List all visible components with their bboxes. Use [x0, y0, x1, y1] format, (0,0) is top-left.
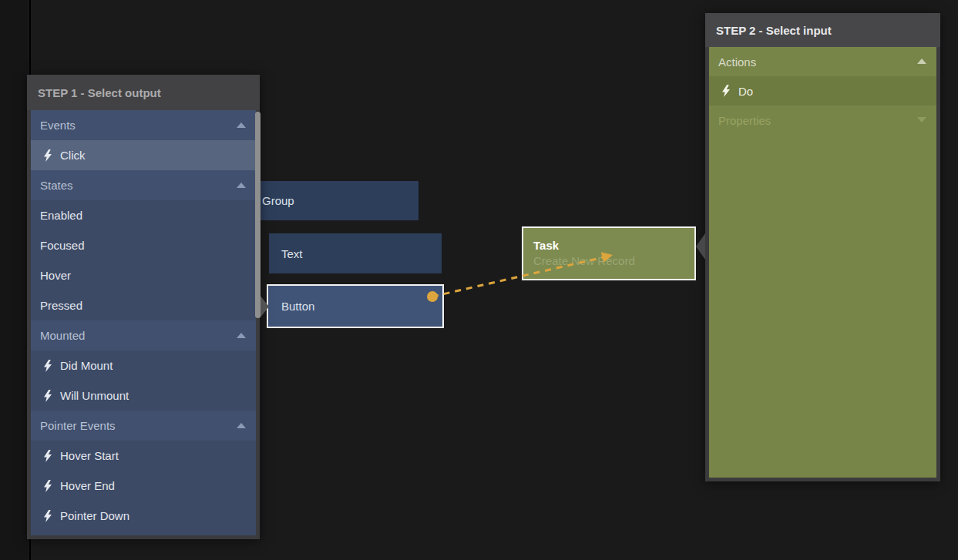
item-label: Click [60, 149, 86, 162]
node-group-label: Group [262, 194, 294, 207]
node-button-label: Button [281, 300, 314, 313]
node-text[interactable]: Text [269, 233, 442, 273]
section-label: Actions [718, 55, 756, 69]
node-button[interactable]: Button [267, 284, 444, 328]
expand-caret-icon[interactable] [917, 117, 926, 122]
output-item-pressed[interactable]: Pressed [31, 290, 256, 320]
step1-anchor-arrow-icon [260, 295, 269, 318]
item-label: Do [738, 85, 753, 98]
lightning-icon [43, 510, 52, 522]
section-header-actions[interactable]: Actions [709, 47, 936, 76]
collapse-caret-icon[interactable] [237, 333, 246, 338]
lightning-icon [43, 480, 52, 492]
node-task-subtitle: Create New Record [533, 253, 635, 269]
collapse-caret-icon[interactable] [237, 183, 246, 188]
output-item-click[interactable]: Click [31, 140, 256, 170]
item-label: Did Mount [60, 359, 113, 372]
step2-popover: STEP 2 - Select input Actions Do Propert… [705, 13, 940, 481]
section-header-states[interactable]: States [31, 170, 256, 200]
step2-input-list: Actions Do Properties [709, 47, 936, 478]
step1-scrollbar[interactable] [255, 112, 261, 318]
section-header-mounted[interactable]: Mounted [31, 320, 256, 350]
item-label: Pointer Down [60, 509, 129, 522]
output-item-enabled[interactable]: Enabled [31, 200, 256, 230]
step1-title: STEP 1 - Select output [27, 75, 260, 110]
lightning-icon [43, 360, 52, 372]
node-task-label: Task [533, 238, 559, 253]
item-label: Hover [40, 269, 71, 282]
output-item-did-mount[interactable]: Did Mount [31, 350, 256, 381]
section-label: States [40, 179, 73, 192]
section-header-pointer-events[interactable]: Pointer Events [31, 411, 256, 441]
item-label: Enabled [40, 209, 82, 222]
input-item-do[interactable]: Do [709, 76, 936, 106]
output-item-pointer-down[interactable]: Pointer Down [31, 501, 256, 531]
canvas-margin-strip [0, 0, 29, 560]
collapse-caret-icon[interactable] [237, 423, 246, 428]
node-text-label: Text [281, 247, 303, 260]
collapse-caret-icon[interactable] [237, 122, 246, 128]
section-header-events[interactable]: Events [31, 110, 256, 140]
output-item-hover[interactable]: Hover [31, 260, 256, 290]
node-group[interactable]: Group [252, 181, 418, 220]
section-label: Mounted [40, 329, 85, 342]
node-task[interactable]: Task Create New Record [522, 226, 696, 280]
item-label: Hover End [60, 479, 115, 492]
lightning-icon [43, 390, 52, 402]
output-item-focused[interactable]: Focused [31, 230, 256, 260]
item-label: Will Unmount [60, 389, 129, 402]
section-label: Events [40, 119, 76, 132]
step1-output-list: Events Click States Enabled Focused Hove… [31, 110, 256, 535]
output-item-hover-start[interactable]: Hover Start [31, 441, 256, 471]
section-header-properties[interactable]: Properties [709, 106, 936, 135]
item-label: Focused [40, 239, 85, 252]
item-label: Pressed [40, 299, 82, 312]
section-label: Pointer Events [40, 419, 116, 432]
lightning-icon [43, 450, 52, 462]
step2-anchor-arrow-icon [696, 233, 705, 260]
node-connection-canvas: Group Text Button Task Create New Record… [0, 0, 958, 560]
output-item-will-unmount[interactable]: Will Unmount [31, 381, 256, 411]
section-label: Properties [718, 114, 771, 127]
lightning-icon [721, 85, 731, 97]
output-item-hover-end[interactable]: Hover End [31, 471, 256, 501]
collapse-caret-icon[interactable] [917, 59, 926, 64]
item-label: Hover Start [60, 449, 119, 462]
step1-popover: STEP 1 - Select output Events Click Stat… [27, 75, 260, 539]
lightning-icon [43, 149, 52, 162]
step2-title: STEP 2 - Select input [705, 13, 940, 47]
